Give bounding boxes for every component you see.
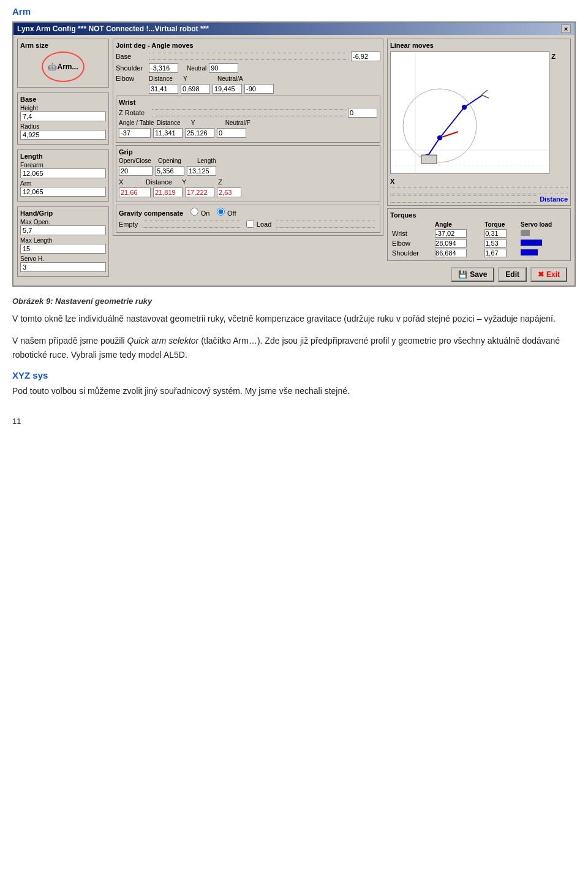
servo-h-label: Servo H. (20, 255, 106, 262)
arm-button[interactable]: 🤖 Arm... (42, 51, 85, 82)
empty-label: Empty (119, 221, 138, 228)
wrist-angle-headers: Angle / Table Distance Y Neutral/F (119, 119, 377, 126)
body-paragraph-2: V našem případě jsme použili Quick arm s… (12, 334, 576, 361)
opening-input[interactable] (155, 166, 184, 176)
arm-size-title: Arm size (20, 42, 106, 49)
joint-panel: Joint deg - Angle moves Base Shoulder Ne… (113, 39, 383, 236)
arm-length-input[interactable] (20, 187, 106, 197)
length-header: Length (197, 157, 216, 164)
torque-value-input[interactable] (484, 249, 507, 257)
x-axis-row: X (390, 176, 568, 185)
grip-section: Grip Open/Close Opening Length (116, 145, 380, 202)
exit-icon: ✖ (538, 270, 544, 279)
y-value-input[interactable] (185, 187, 214, 197)
open-close-header: Open/Close (119, 157, 156, 164)
load-label: Load (257, 221, 271, 228)
xyz-sys-section: XYZ sys Pod touto volbou si můžeme zvoli… (12, 370, 576, 398)
elbow-distance-input[interactable] (181, 84, 210, 94)
torque-angle-value (433, 238, 483, 248)
base-slider[interactable] (149, 53, 349, 60)
z-value-input[interactable] (217, 187, 241, 197)
torque-col-header: Torque (483, 221, 519, 229)
para2-italic: Quick arm selektor (127, 336, 199, 346)
torques-table: Angle Torque Servo load Wrist (390, 221, 568, 258)
torque-torque-value (483, 248, 519, 258)
forearm-input[interactable] (20, 168, 106, 178)
wrist-neutralf-input[interactable] (217, 128, 246, 138)
torque-bar-cell (519, 229, 568, 238)
page-title: Arm (12, 6, 576, 17)
right-column: Linear moves Y Z (387, 39, 571, 282)
shoulder-value-input[interactable] (149, 63, 178, 73)
base-value-input[interactable] (351, 51, 380, 61)
gravity-off-label: Off (227, 210, 236, 217)
y-col-label: Y (182, 178, 216, 186)
torque-angle-input[interactable] (435, 249, 467, 257)
torque-row-label: Shoulder (390, 248, 433, 258)
torque-value-input[interactable] (484, 239, 507, 248)
length-input[interactable] (187, 166, 216, 176)
torque-bar (521, 249, 538, 255)
elbow-neutrala-input[interactable] (244, 84, 274, 94)
x-value-input[interactable] (119, 187, 151, 197)
empty-slider[interactable] (143, 221, 241, 228)
hand-grip-panel: Hand/Grip Max Open. Max Length Servo H. (17, 206, 109, 277)
grip-headers: Open/Close Opening Length (119, 157, 377, 164)
wrist-distance-input[interactable] (153, 128, 183, 138)
app-window: Lynx Arm Config *** NOT Connected !...Vi… (12, 21, 576, 287)
radius-field: Radius (20, 123, 106, 140)
gravity-row: Gravity compensate On Off Empty Load (116, 205, 380, 233)
elbow-headers: Elbow Distance Y Neutral/A (116, 75, 380, 82)
torque-torque-value (483, 238, 519, 248)
forearm-label: Forearm (20, 162, 106, 168)
wrist-z-input[interactable] (348, 108, 377, 118)
wrist-z-slider[interactable] (152, 109, 345, 116)
torque-angle-input[interactable] (435, 239, 467, 248)
gravity-off-radio[interactable] (217, 208, 225, 216)
window-close-button[interactable]: × (561, 25, 571, 33)
shoulder-neutral-label: Neutral (187, 65, 206, 72)
save-icon: 💾 (458, 270, 467, 279)
radius-input[interactable] (20, 130, 106, 140)
svg-point-7 (462, 105, 467, 110)
torque-value-input[interactable] (484, 229, 507, 238)
svg-point-6 (437, 135, 442, 140)
open-close-input[interactable] (119, 166, 153, 176)
image-caption: Obrázek 9: Nastavení geometrie ruky (12, 297, 576, 306)
wrist-angle-input[interactable] (119, 128, 151, 138)
x-slider-row (390, 187, 568, 194)
elbow-y-input[interactable] (213, 84, 242, 94)
base-row: Base (116, 51, 380, 61)
max-open-input[interactable] (20, 225, 106, 235)
wrist-y-input[interactable] (185, 128, 214, 138)
wrist-title: Wrist (119, 99, 377, 106)
edit-button[interactable]: Edit (498, 267, 527, 282)
load-checkbox[interactable] (246, 220, 254, 228)
shoulder-neutral-input[interactable] (209, 63, 238, 73)
wrist-angle-values (119, 128, 377, 138)
svg-point-9 (403, 89, 477, 162)
torque-bar-cell (519, 248, 568, 258)
torque-angle-value (433, 229, 483, 238)
x-slider[interactable] (390, 187, 568, 194)
z-axis-label: Z (551, 53, 556, 60)
base-title: Base (20, 96, 106, 103)
left-column: Arm size 🤖 Arm... Base Height Radius (17, 39, 109, 282)
distance-label: Distance (540, 195, 568, 203)
base-row-label: Base (116, 53, 146, 60)
elbow-y-header: Y (183, 75, 215, 82)
load-slider[interactable] (276, 221, 375, 228)
servo-h-input[interactable] (20, 262, 106, 272)
gravity-on-radio[interactable] (190, 208, 198, 216)
height-input[interactable] (20, 112, 106, 121)
dist-value-input[interactable] (153, 187, 183, 197)
elbow-neutrala-header: Neutral/A (217, 75, 243, 82)
torque-row: Wrist (390, 229, 568, 238)
dist-slider[interactable] (390, 195, 537, 203)
save-button[interactable]: 💾 Save (451, 267, 494, 282)
exit-button[interactable]: ✖ Exit (530, 267, 567, 282)
elbow-value-input[interactable] (149, 84, 178, 94)
max-length-input[interactable] (20, 244, 106, 254)
torque-angle-input[interactable] (435, 229, 467, 238)
svg-line-12 (481, 95, 489, 98)
